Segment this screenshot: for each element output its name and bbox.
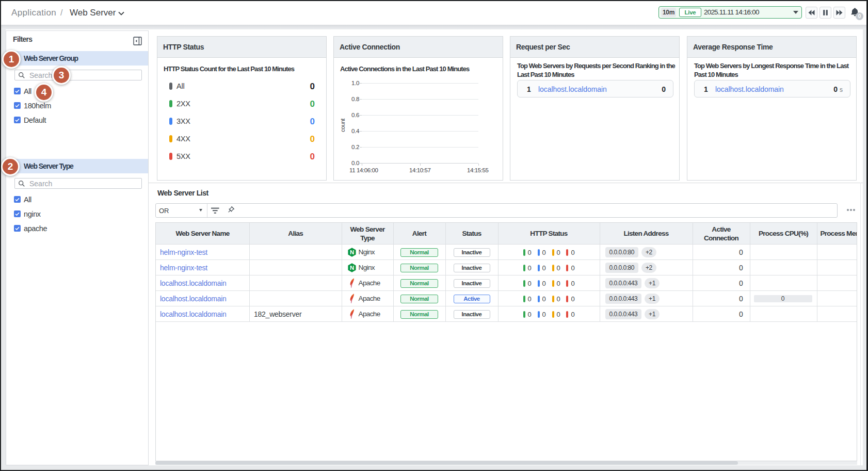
svg-text:N: N [349,265,353,271]
svg-text:N: N [349,249,353,255]
